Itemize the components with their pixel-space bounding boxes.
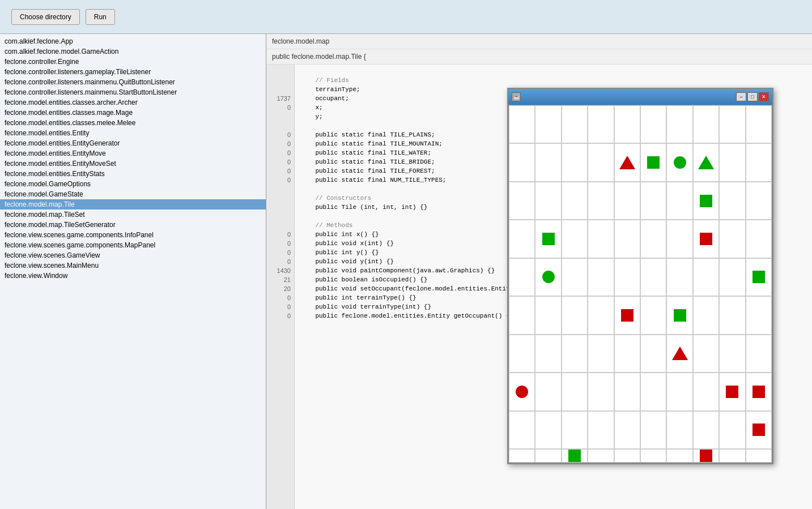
grid-cell[interactable] [588, 296, 614, 334]
grid-cell[interactable] [614, 220, 640, 258]
grid-cell[interactable] [509, 296, 535, 334]
grid-cell[interactable] [509, 143, 535, 181]
grid-cell[interactable] [535, 143, 561, 181]
grid-cell[interactable] [693, 335, 719, 373]
run-button[interactable]: Run [86, 9, 115, 25]
grid-cell[interactable] [719, 258, 745, 296]
grid-cell[interactable] [640, 258, 666, 296]
file-item[interactable]: feclone.view.Window [0, 271, 266, 281]
grid-cell[interactable] [588, 449, 614, 463]
grid-cell[interactable] [588, 220, 614, 258]
file-item[interactable]: feclone.controller.listeners.gameplay.Ti… [0, 67, 266, 77]
grid-cell[interactable] [509, 411, 535, 449]
grid-cell[interactable] [562, 296, 588, 334]
grid-cell[interactable] [719, 335, 745, 373]
grid-cell[interactable] [666, 411, 692, 449]
grid-cell[interactable] [562, 373, 588, 410]
file-item[interactable]: feclone.model.map.TileSetGenerator [0, 220, 266, 230]
file-item[interactable]: feclone.model.map.Tile [0, 199, 266, 209]
grid-cell[interactable] [666, 449, 692, 463]
grid-cell[interactable] [719, 220, 745, 258]
file-item[interactable]: feclone.model.GameState [0, 189, 266, 199]
file-item[interactable]: feclone.model.entities.classes.melee.Mel… [0, 118, 266, 128]
grid-cell[interactable] [719, 449, 745, 463]
file-item[interactable]: feclone.model.entities.classes.mage.Mage [0, 108, 266, 118]
grid-cell[interactable] [719, 373, 745, 410]
grid-cell[interactable] [562, 182, 588, 220]
close-button[interactable]: ✕ [759, 92, 769, 101]
grid-cell[interactable] [562, 105, 588, 143]
grid-cell[interactable] [614, 411, 640, 449]
grid-cell[interactable] [640, 335, 666, 373]
grid-cell[interactable] [719, 182, 745, 220]
grid-cell[interactable] [535, 182, 561, 220]
file-item[interactable]: feclone.view.scenes.GameView [0, 250, 266, 260]
choose-directory-button[interactable]: Choose directory [11, 9, 80, 25]
file-item[interactable]: feclone.model.GameOptions [0, 179, 266, 189]
grid-cell[interactable] [640, 411, 666, 449]
grid-cell[interactable] [614, 335, 640, 373]
grid-cell[interactable] [693, 258, 719, 296]
grid-cell[interactable] [562, 258, 588, 296]
grid-cell[interactable] [535, 335, 561, 373]
grid-cell[interactable] [640, 143, 666, 181]
file-item[interactable]: feclone.model.entities.EntityStats [0, 169, 266, 179]
grid-cell[interactable] [640, 296, 666, 334]
grid-cell[interactable] [562, 143, 588, 181]
grid-cell[interactable] [535, 296, 561, 334]
file-item[interactable]: feclone.controller.listeners.mainmenu.St… [0, 87, 266, 97]
grid-cell[interactable] [666, 258, 692, 296]
minimize-button[interactable]: – [736, 92, 746, 101]
grid-cell[interactable] [746, 335, 772, 373]
grid-cell[interactable] [588, 373, 614, 410]
grid-cell[interactable] [588, 258, 614, 296]
grid-cell[interactable] [614, 258, 640, 296]
file-item[interactable]: com.alkief.feclone.model.GameAction [0, 46, 266, 57]
grid-cell[interactable] [719, 105, 745, 143]
grid-cell[interactable] [666, 105, 692, 143]
grid-cell[interactable] [535, 105, 561, 143]
grid-cell[interactable] [666, 220, 692, 258]
grid-cell[interactable] [719, 296, 745, 334]
grid-cell[interactable] [640, 105, 666, 143]
grid-cell[interactable] [719, 411, 745, 449]
grid-cell[interactable] [693, 105, 719, 143]
file-item[interactable]: feclone.model.entities.EntityMoveSet [0, 159, 266, 169]
grid-cell[interactable] [746, 258, 772, 296]
grid-cell[interactable] [588, 411, 614, 449]
grid-cell[interactable] [666, 182, 692, 220]
file-item[interactable]: feclone.controller.listeners.mainmenu.Qu… [0, 77, 266, 87]
grid-cell[interactable] [693, 411, 719, 449]
grid-cell[interactable] [614, 143, 640, 181]
grid-cell[interactable] [509, 105, 535, 143]
grid-cell[interactable] [562, 335, 588, 373]
file-item[interactable]: feclone.model.entities.Entity [0, 128, 266, 138]
grid-cell[interactable] [535, 449, 561, 463]
grid-cell[interactable] [614, 182, 640, 220]
grid-cell[interactable] [535, 220, 561, 258]
grid-cell[interactable] [693, 220, 719, 258]
grid-cell[interactable] [693, 182, 719, 220]
grid-cell[interactable] [588, 335, 614, 373]
grid-cell[interactable] [588, 182, 614, 220]
grid-cell[interactable] [509, 258, 535, 296]
grid-cell[interactable] [693, 449, 719, 463]
grid-cell[interactable] [509, 373, 535, 410]
maximize-button[interactable]: □ [747, 92, 758, 101]
grid-cell[interactable] [746, 449, 772, 463]
grid-cell[interactable] [666, 373, 692, 410]
file-item[interactable]: feclone.view.scenes.MainMenu [0, 260, 266, 271]
grid-cell[interactable] [535, 373, 561, 410]
grid-cell[interactable] [509, 220, 535, 258]
grid-cell[interactable] [562, 449, 588, 463]
grid-cell[interactable] [640, 373, 666, 410]
grid-cell[interactable] [588, 105, 614, 143]
file-item[interactable]: feclone.view.scenes.game.components.MapP… [0, 240, 266, 250]
grid-cell[interactable] [614, 296, 640, 334]
grid-cell[interactable] [746, 182, 772, 220]
grid-cell[interactable] [746, 220, 772, 258]
grid-cell[interactable] [640, 449, 666, 463]
grid-cell[interactable] [535, 258, 561, 296]
grid-cell[interactable] [693, 296, 719, 334]
grid-cell[interactable] [588, 143, 614, 181]
